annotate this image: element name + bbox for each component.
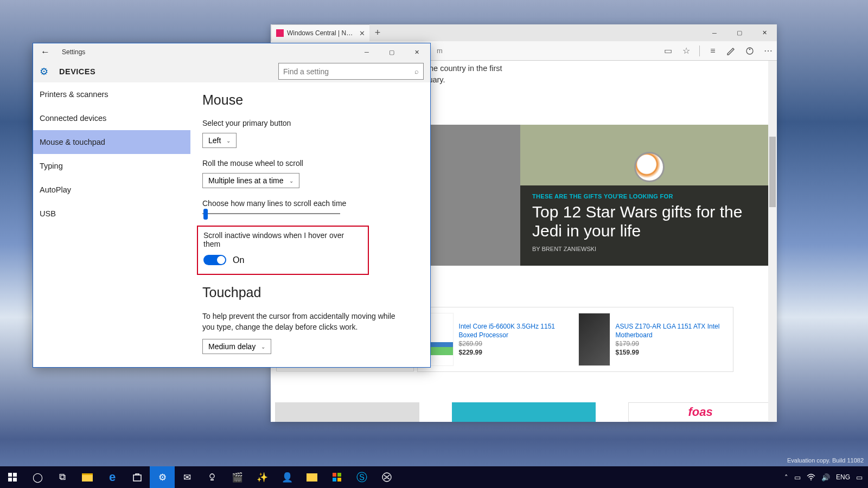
taskbar: ◯ ⧉ e ⚙ ✉ 🎬 ✨ 👤 Ⓢ ˄ ▭ 🔊 ENG ▭ [0, 466, 868, 488]
hero-overlay: THESE ARE THE GIFTS YOU'RE LOOKING FOR T… [520, 185, 770, 266]
nav-item-autoplay[interactable]: AutoPlay [33, 178, 190, 202]
hero-byline: BY BRENT ZANIEWSKI [532, 246, 758, 252]
system-tray: ˄ ▭ 🔊 ENG ▭ [784, 473, 868, 481]
svg-point-11 [382, 473, 391, 481]
new-tab-button[interactable]: + [369, 24, 386, 41]
svg-point-6 [210, 474, 214, 478]
ms-logo-button[interactable] [324, 466, 349, 488]
nav-item-mouse-touchpad[interactable]: Mouse & touchpad [33, 130, 190, 154]
file-explorer-button[interactable] [75, 466, 100, 488]
label-scroll-inactive: Scroll inactive windows when I hover ove… [203, 231, 362, 248]
start-button[interactable] [0, 466, 25, 488]
webnote-icon[interactable] [726, 46, 737, 56]
ad-slot[interactable]: foas [628, 402, 773, 422]
select-touchpad-delay[interactable]: Medium delay ⌄ [202, 339, 271, 354]
volume-icon[interactable]: 🔊 [821, 473, 830, 481]
nav-item-typing[interactable]: Typing [33, 154, 190, 178]
ad-text: foas [688, 405, 712, 419]
highlight-box: Scroll inactive windows when I hover ove… [197, 226, 369, 275]
edge-button[interactable]: e [100, 466, 125, 488]
hero-eyebrow: THESE ARE THE GIFTS YOU'RE LOOKING FOR [532, 193, 758, 200]
hero-image-mid [421, 125, 520, 266]
hub-icon[interactable]: ≡ [707, 46, 718, 56]
hero-image-right[interactable]: THESE ARE THE GIFTS YOU'RE LOOKING FOR T… [520, 125, 770, 266]
settings-nav: Printers & scanners Connected devices Mo… [33, 82, 190, 367]
more-icon[interactable]: ⋯ [763, 46, 774, 56]
select-wheel-scroll[interactable]: Multiple lines at a time ⌄ [202, 173, 299, 188]
label-primary-button: Select your primary button [202, 119, 418, 127]
language-indicator[interactable]: ENG [836, 473, 850, 481]
product-card[interactable]: Intel Core i5-6600K 3.5GHz 1151 Boxed Pr… [422, 313, 573, 366]
nav-item-usb[interactable]: USB [33, 202, 190, 226]
ad-slot[interactable] [452, 402, 596, 422]
slider-lines[interactable] [202, 213, 340, 214]
tips-button[interactable]: ✨ [250, 466, 275, 488]
breadcrumb: DEVICES [59, 67, 95, 76]
settings-button[interactable]: ⚙ [150, 466, 175, 488]
search-icon: ⌕ [414, 67, 419, 75]
touchpad-desc: To help prevent the cursor from accident… [202, 311, 409, 332]
scrollbar-thumb[interactable] [769, 137, 776, 207]
select-value: Left [208, 136, 221, 145]
movies-button[interactable]: 🎬 [225, 466, 250, 488]
ad-row: foas [275, 402, 773, 422]
maximize-button[interactable]: ▢ [727, 24, 752, 41]
chevron-down-icon: ⌄ [261, 344, 265, 350]
product-info: ASUS Z170-AR LGA 1151 ATX Intel Motherbo… [616, 322, 729, 357]
settings-header: ⚙ DEVICES Find a setting ⌕ [33, 61, 430, 82]
browser-window-controls: ─ ▢ ✕ [702, 24, 777, 41]
ad-slot[interactable] [275, 402, 419, 422]
product-name: Intel Core i5-6600K 3.5GHz 1151 Boxed Pr… [459, 322, 573, 339]
reading-view-icon[interactable]: ▭ [662, 46, 673, 56]
toggle-switch[interactable] [203, 255, 226, 265]
product-price: $229.99 [459, 348, 573, 357]
mail-button[interactable]: ✉ [175, 466, 200, 488]
toggle-scroll-inactive[interactable]: On [203, 255, 244, 265]
chevron-down-icon: ⌄ [226, 138, 231, 144]
nav-item-connected-devices[interactable]: Connected devices [33, 106, 190, 130]
label-lines-scroll: Choose how many lines to scroll each tim… [202, 199, 418, 208]
nav-item-printers[interactable]: Printers & scanners [33, 82, 190, 106]
folder2-button[interactable] [299, 466, 324, 488]
action-center-icon[interactable]: ▭ [856, 473, 863, 481]
store-button[interactable] [125, 466, 150, 488]
minimize-button[interactable]: ─ [702, 24, 727, 41]
camera-button[interactable] [200, 466, 225, 488]
people-button[interactable]: 👤 [275, 466, 299, 488]
close-button[interactable]: ✕ [752, 24, 777, 41]
minimize-button[interactable]: ─ [354, 44, 379, 60]
product-image [578, 313, 610, 366]
share-icon[interactable] [744, 46, 755, 56]
tab-title: Windows Central | News [287, 29, 355, 37]
select-primary-button[interactable]: Left ⌄ [202, 133, 237, 148]
product-name: ASUS Z170-AR LGA 1151 ATX Intel Motherbo… [616, 322, 729, 339]
tray-chevron-icon[interactable]: ˄ [784, 473, 788, 481]
search-input[interactable]: Find a setting ⌕ [278, 63, 424, 80]
taskview-button[interactable]: ⧉ [50, 466, 75, 488]
close-tab-icon[interactable]: ✕ [359, 29, 365, 37]
select-value: Medium delay [208, 342, 256, 351]
heading-mouse: Mouse [202, 92, 418, 108]
skype-button[interactable]: Ⓢ [349, 466, 374, 488]
svg-rect-2 [8, 473, 12, 477]
svg-rect-5 [13, 478, 17, 481]
settings-window: ← Settings ─ ▢ ✕ ⚙ DEVICES Find a settin… [33, 43, 431, 368]
maximize-button[interactable]: ▢ [379, 44, 404, 60]
battery-icon[interactable]: ▭ [794, 473, 801, 481]
xbox-button[interactable] [374, 466, 399, 488]
product-info: Intel Core i5-6600K 3.5GHz 1151 Boxed Pr… [459, 322, 573, 357]
label-wheel-scroll: Roll the mouse wheel to scroll [202, 159, 418, 168]
browser-tab[interactable]: Windows Central | News ✕ [272, 24, 369, 41]
back-button[interactable]: ← [41, 47, 50, 57]
cortana-button[interactable]: ◯ [25, 466, 50, 488]
toolbar-divider [699, 46, 700, 56]
scrollbar[interactable] [768, 61, 777, 422]
wifi-icon[interactable] [807, 473, 815, 481]
settings-main: Mouse Select your primary button Left ⌄ … [190, 82, 430, 367]
svg-rect-4 [8, 478, 12, 481]
product-card[interactable]: ASUS Z170-AR LGA 1151 ATX Intel Motherbo… [578, 313, 729, 366]
favicon-icon [276, 29, 284, 37]
favorite-star-icon[interactable]: ☆ [681, 46, 692, 56]
close-button[interactable]: ✕ [404, 44, 429, 60]
slider-thumb[interactable] [203, 209, 208, 220]
